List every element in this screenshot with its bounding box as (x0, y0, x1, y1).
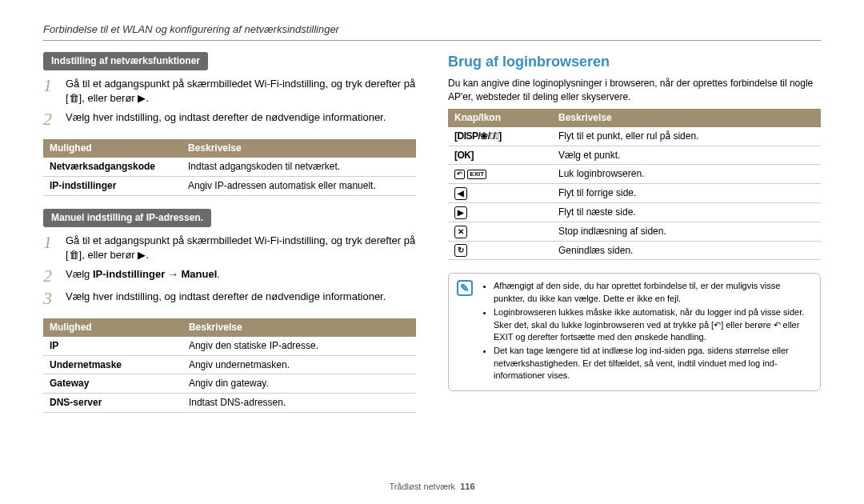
footer-section: Trådløst netværk (389, 482, 455, 491)
table-row: DNS-serverIndtast DNS-adressen. (43, 394, 416, 413)
table-network-options: Mulighed Beskrivelse Netværksadgangskode… (43, 139, 416, 195)
note-info-icon: ✎ (457, 280, 473, 296)
section-title-login-browser: Brug af loginbrowseren (448, 52, 821, 72)
col-header-description: Beskrivelse (182, 139, 416, 158)
button-icon-cell: [OK] (448, 146, 552, 165)
table-row: [DISP/❀/𖤐/🗑] Flyt til et punkt, eller ru… (448, 127, 821, 146)
option-desc: Angiv IP-adressen automatisk eller manue… (182, 176, 416, 195)
col-header-button: Knap/Ikon (448, 109, 552, 127)
step-text: Gå til et adgangspunkt på skærmbilledet … (66, 77, 416, 106)
arrow-left-icon: ◀ (454, 187, 467, 200)
table-row: UndernetmaskeAngiv undernetmasken. (43, 355, 416, 374)
button-icon-cell: [DISP/❀/𖤐/🗑] (448, 127, 552, 146)
col-header-description: Beskrivelse (182, 318, 416, 337)
note-item: Det kan tage længere tid at indlæse log … (494, 345, 812, 382)
col-header-option: Mulighed (43, 318, 182, 337)
option-desc: Indtast DNS-adressen. (182, 394, 416, 413)
step-text: Vælg hver indstilling, og indtast dereft… (66, 110, 416, 128)
button-icon-cell: ✕ (448, 222, 552, 241)
option-desc: Angiv din gateway. (182, 374, 416, 394)
option-desc: Angiv undernetmasken. (182, 355, 416, 374)
button-desc: Vælg et punkt. (552, 146, 821, 165)
button-icon-cell: ↻ (448, 241, 552, 260)
table-row: GatewayAngiv din gateway. (43, 374, 416, 394)
option-name: Undernetmaske (43, 355, 182, 374)
option-name: Gateway (43, 374, 182, 394)
button-desc: Flyt til forrige side. (552, 184, 821, 203)
page-header: Forbindelse til et WLAN og konfigurering… (43, 22, 821, 41)
step-text: Vælg hver indstilling, og indtast dereft… (66, 290, 416, 307)
step-text: Vælg IP-indstillinger → Manuel. (66, 267, 416, 285)
disp-nav-icon: [DISP/❀/𖤐/🗑] (454, 130, 502, 142)
table-row: ↶ EXIT Luk loginbrowseren. (448, 165, 821, 184)
right-column: Brug af loginbrowseren Du kan angive din… (448, 52, 821, 426)
step-number: 3 (43, 290, 58, 307)
button-icon-cell: ↶ EXIT (448, 165, 552, 184)
stop-icon: ✕ (454, 226, 467, 238)
steps-network-functions: 1 Gå til et adgangspunkt på skærmbillede… (43, 77, 416, 128)
col-header-description: Beskrivelse (552, 109, 821, 127)
step-number: 1 (43, 77, 58, 106)
button-icon-cell: ▶ (448, 202, 552, 222)
option-name: Netværksadgangskode (43, 158, 182, 176)
note-item: Loginbrowseren lukkes måske ikke automat… (494, 306, 812, 343)
table-row: ◀ Flyt til forrige side. (448, 184, 821, 203)
back-arrow-icon: ↶ (454, 170, 465, 179)
reload-icon: ↻ (454, 244, 467, 257)
steps-manual-ip: 1 Gå til et adgangspunkt på skærmbillede… (43, 234, 416, 307)
table-ip-options: Mulighed Beskrivelse IPAngiv den statisk… (43, 318, 416, 413)
option-name: DNS-server (43, 394, 182, 413)
exit-icon: EXIT (467, 170, 486, 179)
note-box: ✎ Afhængigt af den side, du har oprettet… (448, 273, 821, 390)
subhead-manual-ip: Manuel indstilling af IP-adressen. (43, 209, 211, 227)
step-text: Gå til et adgangspunkt på skærmbilledet … (66, 234, 416, 262)
table-row: ✕ Stop indlæsning af siden. (448, 222, 821, 241)
note-item: Afhængigt af den side, du har oprettet f… (494, 280, 812, 305)
option-desc: Angiv den statiske IP-adresse. (182, 337, 416, 355)
subhead-network-functions: Indstilling af netværksfunktioner (43, 52, 208, 70)
table-row: ↻ Genindlæs siden. (448, 241, 821, 260)
left-column: Indstilling af netværksfunktioner 1 Gå t… (43, 52, 416, 426)
button-desc: Flyt til næste side. (552, 202, 821, 222)
button-desc: Genindlæs siden. (552, 241, 821, 260)
option-name: IP-indstillinger (43, 176, 182, 195)
button-desc: Stop indlæsning af siden. (552, 222, 821, 241)
table-row: IP-indstillinger Angiv IP-adressen autom… (43, 176, 416, 195)
table-row: ▶ Flyt til næste side. (448, 202, 821, 222)
table-row: [OK] Vælg et punkt. (448, 146, 821, 165)
step-number: 1 (43, 234, 58, 262)
intro-paragraph: Du kan angive dine loginoplysninger i br… (448, 77, 821, 104)
button-icon-cell: ◀ (448, 184, 552, 203)
col-header-option: Mulighed (43, 139, 182, 158)
ok-icon: [OK] (454, 150, 474, 161)
option-desc: Indtast adgangskoden til netværket. (182, 158, 416, 176)
note-list: Afhængigt af den side, du har oprettet f… (481, 280, 812, 383)
table-browser-controls: Knap/Ikon Beskrivelse [DISP/❀/𖤐/🗑] Flyt … (448, 109, 821, 261)
button-desc: Flyt til et punkt, eller rul på siden. (552, 127, 821, 146)
step-number: 2 (43, 267, 58, 285)
option-name: IP (43, 337, 182, 355)
page-footer: Trådløst netværk 116 (0, 481, 864, 493)
button-desc: Luk loginbrowseren. (552, 165, 821, 184)
page-number: 116 (460, 482, 474, 491)
arrow-right-icon: ▶ (454, 206, 467, 219)
table-row: IPAngiv den statiske IP-adresse. (43, 337, 416, 355)
table-row: Netværksadgangskode Indtast adgangskoden… (43, 158, 416, 176)
step-number: 2 (43, 110, 58, 128)
